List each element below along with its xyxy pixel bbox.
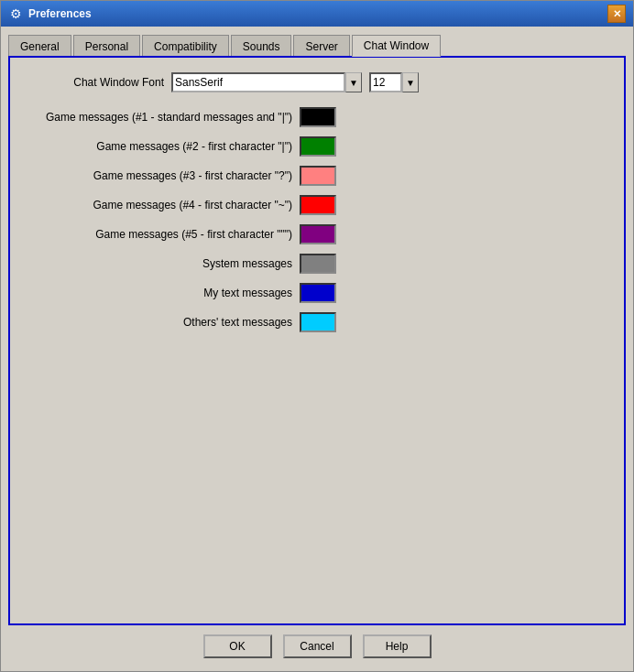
font-label: Chat Window Font — [25, 76, 171, 89]
color-label-4: Game messages (#5 - first character """) — [25, 228, 300, 241]
close-button[interactable]: ✕ — [607, 5, 626, 23]
font-size-select[interactable]: 12 — [369, 72, 402, 92]
color-swatch-2[interactable] — [300, 166, 336, 186]
color-rows: Game messages (#1 - standard messages an… — [25, 107, 609, 332]
color-row-1: Game messages (#2 - first character "|") — [25, 136, 609, 157]
tab-chat-window[interactable]: Chat Window — [352, 35, 441, 57]
color-label-3: Game messages (#4 - first character "~") — [25, 199, 300, 211]
font-dropdown-arrow[interactable]: ▼ — [345, 72, 362, 92]
font-select[interactable]: SansSerif — [171, 72, 345, 92]
tab-content-chat-window: Chat Window Font SansSerif ▼ 12 ▼ Game m… — [8, 56, 626, 625]
color-label-2: Game messages (#3 - first character "?") — [25, 169, 300, 182]
tab-general[interactable]: General — [8, 35, 71, 57]
ok-button[interactable]: OK — [203, 634, 272, 658]
color-swatch-1[interactable] — [300, 136, 336, 157]
font-row: Chat Window Font SansSerif ▼ 12 ▼ — [25, 72, 609, 92]
color-label-6: My text messages — [25, 287, 300, 299]
color-label-0: Game messages (#1 - standard messages an… — [25, 111, 300, 124]
color-row-3: Game messages (#4 - first character "~") — [25, 195, 609, 215]
window-title: Preferences — [28, 7, 92, 20]
color-label-7: Others' text messages — [25, 316, 300, 329]
color-row-7: Others' text messages — [25, 312, 609, 332]
color-swatch-7[interactable] — [300, 312, 336, 332]
tab-server[interactable]: Server — [293, 35, 349, 57]
title-bar: ⚙ Preferences ✕ — [1, 1, 633, 27]
color-row-2: Game messages (#3 - first character "?") — [25, 166, 609, 186]
color-row-6: My text messages — [25, 283, 609, 303]
title-bar-left: ⚙ Preferences — [8, 6, 92, 21]
color-swatch-0[interactable] — [300, 107, 336, 127]
window-body: General Personal Compatibility Sounds Se… — [1, 27, 633, 671]
font-value: SansSerif — [175, 76, 223, 89]
color-row-4: Game messages (#5 - first character """) — [25, 224, 609, 244]
tab-compatibility[interactable]: Compatibility — [142, 35, 229, 57]
tab-bar: General Personal Compatibility Sounds Se… — [8, 34, 626, 56]
app-icon: ⚙ — [8, 6, 23, 21]
color-label-5: System messages — [25, 257, 300, 270]
color-label-1: Game messages (#2 - first character "|") — [25, 140, 300, 153]
color-swatch-3[interactable] — [300, 195, 336, 215]
font-size-dropdown-arrow[interactable]: ▼ — [402, 72, 419, 92]
color-row-5: System messages — [25, 254, 609, 274]
font-dropdown: SansSerif ▼ 12 ▼ — [171, 72, 419, 92]
color-swatch-5[interactable] — [300, 254, 336, 274]
preferences-window: ⚙ Preferences ✕ General Personal Compati… — [0, 0, 634, 672]
color-swatch-6[interactable] — [300, 283, 336, 303]
help-button[interactable]: Help — [363, 634, 432, 658]
color-row-0: Game messages (#1 - standard messages an… — [25, 107, 609, 127]
color-swatch-4[interactable] — [300, 224, 336, 244]
cancel-button[interactable]: Cancel — [283, 634, 352, 658]
tab-personal[interactable]: Personal — [73, 35, 140, 57]
tab-sounds[interactable]: Sounds — [231, 35, 292, 57]
font-size-value: 12 — [373, 76, 385, 89]
button-row: OK Cancel Help — [8, 625, 626, 664]
